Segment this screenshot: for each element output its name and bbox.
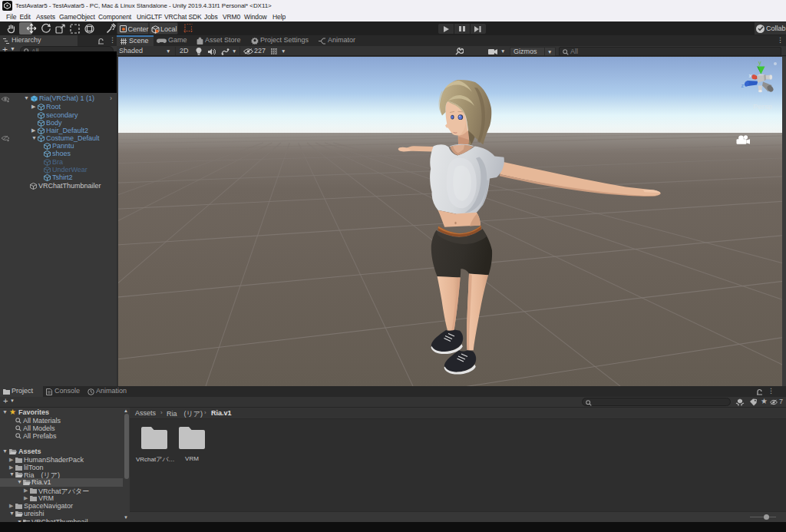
svg-text:z: z [741, 82, 745, 89]
svg-text:x: x [749, 72, 752, 79]
svg-text:y: y [758, 59, 761, 66]
